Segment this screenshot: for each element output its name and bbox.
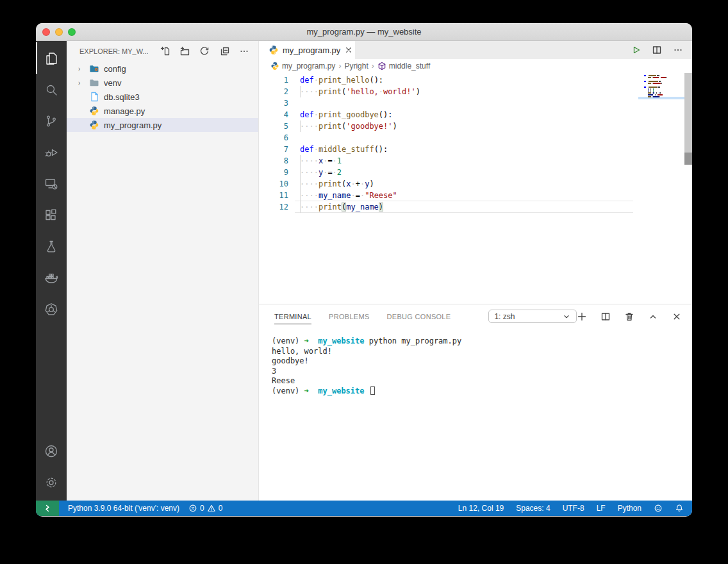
breadcrumb-separator: › — [372, 62, 374, 70]
status-feedback-icon[interactable] — [654, 504, 663, 513]
line-number: 12 — [259, 201, 288, 213]
breadcrumb-item-middle-stuff[interactable]: middle_stuff — [377, 62, 430, 70]
breadcrumb-item-pyright[interactable]: Pyright — [344, 62, 368, 70]
breadcrumb-item-my-program-py[interactable]: my_program.py — [270, 62, 335, 70]
activity-item-kubernetes[interactable] — [36, 294, 67, 325]
title-bar[interactable]: my_program.py — my_website — [36, 23, 692, 41]
status-item-spaces-4[interactable]: Spaces: 4 — [516, 504, 550, 513]
warning-icon — [207, 504, 216, 513]
maximize-panel-button[interactable] — [648, 311, 658, 322]
traffic-lights — [42, 28, 76, 36]
panel-tab-terminal[interactable]: TERMINAL — [274, 308, 311, 324]
testing-icon — [44, 239, 59, 254]
terminal-line: goodbye! — [272, 356, 692, 367]
status-item-python[interactable]: Python — [618, 504, 641, 513]
code-line-2[interactable]: 2 ····print('hello,·world!') — [259, 86, 692, 97]
code-line-10[interactable]: 10 ····print(x·+·y) — [259, 178, 692, 190]
tree-item-db-sqlite3[interactable]: db.sqlite3 — [67, 90, 258, 104]
activity-item-docker[interactable] — [36, 262, 67, 294]
python-icon — [89, 120, 99, 130]
code-line-4[interactable]: 4 def·print_goodbye(): — [259, 109, 692, 120]
status-item-lf[interactable]: LF — [597, 504, 606, 513]
tree-item-label: manage.py — [104, 106, 145, 116]
indent-guide — [300, 167, 301, 178]
close-tab-icon[interactable] — [344, 46, 353, 54]
settings-icon — [44, 475, 59, 490]
indent-guide — [300, 155, 301, 167]
close-window-button[interactable] — [42, 28, 50, 36]
window-title: my_program.py — my_website — [306, 27, 421, 37]
terminal-line: (venv) ➜ my_website python my_program.py — [272, 336, 692, 347]
status-problems[interactable]: 00 — [188, 504, 222, 513]
terminal-output[interactable]: (venv) ➜ my_website python my_program.py… — [259, 328, 692, 501]
new-terminal-button[interactable] — [577, 311, 587, 322]
file-tree: › config› venv db.sqlite3 manage.py my_p… — [67, 62, 258, 132]
indent-guide — [300, 190, 301, 201]
code-line-8[interactable]: 8 ····x·=·1 — [259, 155, 692, 167]
tree-item-venv[interactable]: › venv — [67, 76, 258, 90]
line-number: 8 — [259, 155, 288, 167]
indent-guide — [300, 201, 301, 213]
activity-item-explorer[interactable] — [36, 42, 67, 74]
status-item-utf-8[interactable]: UTF-8 — [563, 504, 584, 513]
kill-terminal-button[interactable] — [624, 311, 634, 322]
line-number: 11 — [259, 190, 288, 201]
status-python-interpreter[interactable]: Python 3.9.0 64-bit ('venv': venv) — [68, 504, 179, 513]
line-number: 9 — [259, 167, 288, 178]
activity-item-account[interactable] — [36, 435, 67, 467]
panel-tab-debug-console[interactable]: DEBUG CONSOLE — [387, 308, 451, 324]
vscode-window: my_program.py — my_website EXPLORER: MY_… — [36, 23, 692, 517]
python-icon — [269, 45, 279, 55]
editor-actions — [631, 41, 692, 59]
activity-item-testing[interactable] — [36, 231, 67, 262]
new-file-icon[interactable] — [160, 46, 170, 56]
activity-item-run-debug[interactable] — [36, 137, 67, 168]
panel-actions — [577, 311, 682, 322]
more-icon[interactable] — [673, 45, 683, 55]
chevron-down-icon — [562, 312, 571, 321]
run-button[interactable] — [631, 45, 641, 55]
code-line-5[interactable]: 5 ····print('goodbye!') — [259, 120, 692, 132]
code-line-11[interactable]: 11 ····my_name·=·"Reese" — [259, 190, 692, 201]
tree-item-config[interactable]: › config — [67, 62, 258, 76]
activity-item-extensions[interactable] — [36, 199, 67, 231]
folder-config-icon — [89, 63, 99, 74]
explorer-title: EXPLORER: MY_W... — [79, 47, 149, 55]
zoom-window-button[interactable] — [68, 28, 76, 36]
collapse-all-icon[interactable] — [219, 46, 229, 56]
minimize-window-button[interactable] — [55, 28, 63, 36]
split-editor-icon[interactable] — [652, 45, 662, 55]
status-bell-icon[interactable] — [675, 504, 684, 513]
explorer-actions — [160, 46, 249, 56]
code-editor[interactable]: 1 def·print_hello():2 ····print('hello,·… — [259, 73, 692, 304]
activity-item-settings[interactable] — [36, 467, 67, 498]
tab-my-program[interactable]: my_program.py — [259, 41, 355, 59]
code-line-6[interactable]: 6 — [259, 132, 692, 144]
line-number: 7 — [259, 144, 288, 155]
panel-tab-problems[interactable]: PROBLEMS — [329, 308, 370, 324]
status-item-ln-12-col-19[interactable]: Ln 12, Col 19 — [458, 504, 504, 513]
line-number: 5 — [259, 120, 288, 132]
activity-item-source-control[interactable] — [36, 105, 67, 137]
code-line-12[interactable]: 12 ····print(my_name) — [259, 201, 692, 213]
indent-guide — [300, 120, 301, 132]
activity-item-remote-explorer[interactable] — [36, 168, 67, 199]
split-terminal-button[interactable] — [600, 311, 611, 322]
indent-guide — [300, 86, 301, 97]
code-line-1[interactable]: 1 def·print_hello(): — [259, 74, 692, 86]
code-line-9[interactable]: 9 ····y·=·2 — [259, 167, 692, 178]
breadcrumb-separator: › — [338, 62, 341, 70]
line-number: 2 — [259, 86, 288, 97]
remote-indicator[interactable] — [36, 501, 59, 516]
activity-bar — [36, 41, 67, 501]
refresh-icon[interactable] — [199, 46, 210, 56]
more-icon[interactable] — [239, 46, 249, 56]
activity-item-search[interactable] — [36, 74, 67, 105]
tree-item-my-program-py[interactable]: my_program.py — [67, 118, 258, 132]
new-folder-icon[interactable] — [179, 46, 190, 56]
tree-item-manage-py[interactable]: manage.py — [67, 104, 258, 118]
code-line-7[interactable]: 7 def·middle_stuff(): — [259, 144, 692, 155]
code-line-3[interactable]: 3 — [259, 97, 692, 109]
terminal-shell-select[interactable]: 1: zsh — [488, 310, 577, 323]
close-panel-button[interactable] — [672, 311, 682, 322]
